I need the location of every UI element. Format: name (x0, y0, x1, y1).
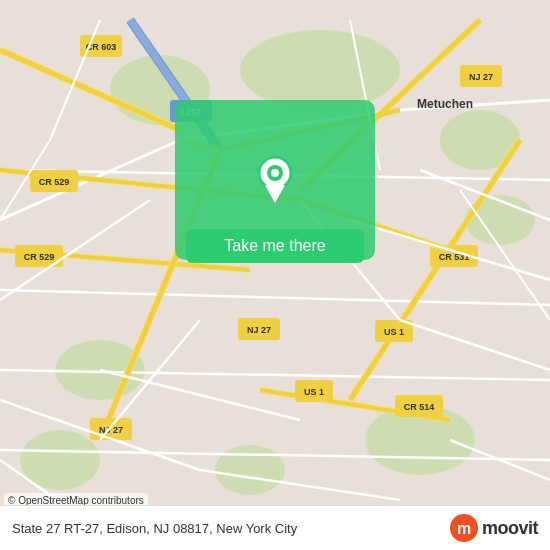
svg-text:US 1: US 1 (304, 387, 324, 397)
svg-text:Metuchen: Metuchen (417, 97, 473, 111)
moovit-logo-text: moovit (482, 518, 538, 539)
map-container: CR 603 I 287 NJ 27 CR 529 CR 529 CR 531 (0, 0, 550, 550)
svg-marker-76 (265, 185, 285, 203)
address-text: State 27 RT-27, Edison, NJ 08817, New Yo… (12, 521, 450, 536)
svg-point-77 (271, 169, 279, 177)
svg-text:CR 514: CR 514 (404, 402, 435, 412)
take-me-there-button[interactable]: Take me there (186, 229, 364, 263)
svg-point-1 (240, 30, 400, 110)
svg-text:NJ 27: NJ 27 (469, 72, 493, 82)
svg-text:CR 529: CR 529 (24, 252, 55, 262)
svg-point-8 (215, 445, 285, 495)
moovit-logo-icon: m (450, 514, 478, 542)
location-pin (255, 155, 295, 209)
svg-text:US 1: US 1 (384, 327, 404, 337)
map-background: CR 603 I 287 NJ 27 CR 529 CR 529 CR 531 (0, 0, 550, 550)
svg-text:m: m (457, 520, 471, 537)
moovit-logo: m moovit (450, 514, 538, 542)
svg-text:NJ 27: NJ 27 (247, 325, 271, 335)
bottom-bar: State 27 RT-27, Edison, NJ 08817, New Yo… (0, 505, 550, 550)
svg-text:CR 529: CR 529 (39, 177, 70, 187)
